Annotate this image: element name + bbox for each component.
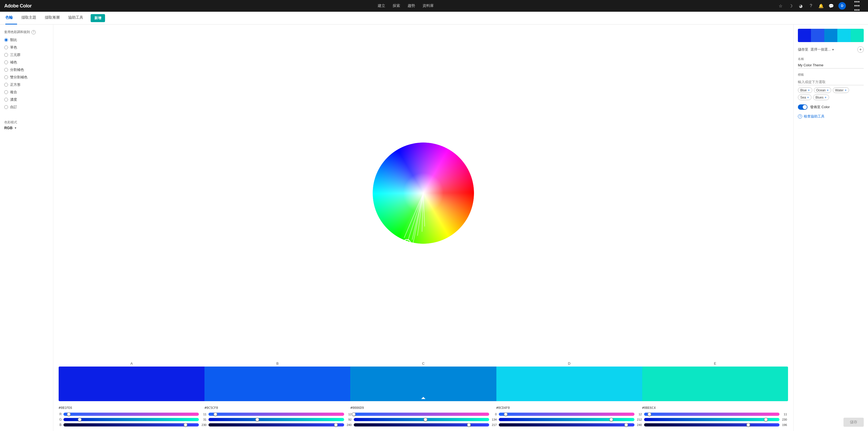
b-thumb-d[interactable]: [624, 423, 628, 427]
apps-grid-icon[interactable]: [850, 0, 864, 12]
g-sliders-row: G 31 92: [59, 418, 788, 422]
swatch-label-e: E: [642, 362, 788, 365]
color-wheel-wrapper[interactable]: [373, 142, 474, 244]
tab-extract-gradient[interactable]: 擷取漸層: [40, 12, 64, 25]
color-mode-section: 色彩模式 RGB ▼: [4, 120, 49, 130]
rule-complementary[interactable]: 補色: [4, 60, 49, 65]
preview-a: [798, 29, 811, 42]
g-thumb-d[interactable]: [610, 418, 613, 422]
r-thumb-d[interactable]: [504, 412, 507, 416]
notification-icon[interactable]: 🔔: [818, 3, 824, 9]
publish-label: 發佈至 Color: [810, 105, 830, 109]
b-thumb-c[interactable]: [467, 423, 471, 427]
tag-water-plus[interactable]: +: [844, 88, 847, 92]
r-thumb-a[interactable]: [67, 412, 71, 416]
b-thumb-e[interactable]: [746, 423, 750, 427]
rule-split-complementary[interactable]: 分割補色: [4, 67, 49, 72]
b-track-a[interactable]: [63, 423, 199, 427]
g-track-d[interactable]: [499, 418, 634, 421]
g-track-c[interactable]: [354, 418, 489, 421]
tag-blue[interactable]: Blue +: [798, 87, 812, 93]
tag-blues-plus[interactable]: +: [825, 95, 827, 99]
b-sliders: 230 240 217: [62, 423, 788, 427]
b-track-d[interactable]: [499, 423, 634, 427]
check-accessibility-link[interactable]: ? 檢查協助工具: [798, 114, 864, 119]
publish-toggle[interactable]: [798, 104, 807, 110]
swatch-b[interactable]: [205, 367, 350, 401]
chat-icon[interactable]: 💬: [828, 3, 834, 9]
r-thumb-e[interactable]: [648, 412, 651, 416]
r-val-e: 11: [781, 412, 787, 416]
nav-create[interactable]: 建立: [378, 2, 385, 9]
tag-sea-plus[interactable]: +: [807, 95, 809, 99]
r-track-a[interactable]: [63, 412, 199, 416]
r-thumb-c[interactable]: [352, 412, 355, 416]
swatch-c[interactable]: [350, 367, 496, 401]
r-slider-d: 12: [498, 412, 643, 416]
moon-icon[interactable]: ☽: [788, 3, 794, 9]
tag-sea[interactable]: Sea +: [798, 95, 811, 100]
r-track-d[interactable]: [499, 412, 634, 416]
r-track-b[interactable]: [209, 412, 344, 416]
rules-help-icon[interactable]: ?: [31, 30, 36, 34]
tab-extract-theme[interactable]: 擷取主題: [17, 12, 40, 25]
rule-square[interactable]: 正方形: [4, 82, 49, 87]
top-navigation: Adobe Color 建立 探索 趨勢 資料庫 ☆ ☽ ◕ ? 🔔 💬 D: [0, 0, 868, 12]
nav-library[interactable]: 資料庫: [423, 2, 434, 9]
g-track-e[interactable]: [644, 418, 779, 421]
color-wheel-icon[interactable]: ◕: [798, 3, 804, 9]
rule-custom[interactable]: 自訂: [4, 105, 49, 109]
tag-ocean-plus[interactable]: +: [827, 88, 829, 92]
r-thumb-b[interactable]: [214, 412, 217, 416]
save-to-select[interactable]: 選擇一個選... ▼: [810, 47, 855, 52]
g-label: G: [59, 418, 62, 422]
tag-water[interactable]: Water +: [833, 87, 849, 93]
nav-explore[interactable]: 探索: [393, 2, 400, 9]
name-input[interactable]: [798, 62, 864, 68]
tab-color-wheel[interactable]: 色輪: [5, 12, 17, 25]
hex-a[interactable]: #0B1FE6: [59, 406, 205, 410]
g-thumb-c[interactable]: [424, 418, 427, 422]
b-thumb-a[interactable]: [184, 423, 187, 427]
new-button[interactable]: 新增: [91, 14, 105, 22]
b-track-b[interactable]: [209, 423, 344, 427]
tag-blue-plus[interactable]: +: [808, 88, 810, 92]
swatch-a[interactable]: [59, 367, 205, 401]
color-mode-selector[interactable]: RGB ▼: [4, 126, 49, 130]
g-track-a[interactable]: [63, 418, 199, 421]
user-avatar[interactable]: D: [838, 2, 846, 9]
g-slider-a: 31: [62, 418, 208, 421]
tag-blues[interactable]: Blues +: [813, 95, 829, 100]
nav-trends[interactable]: 趨勢: [408, 2, 415, 9]
rule-triadic[interactable]: 三元群: [4, 53, 49, 57]
rule-compound[interactable]: 複合: [4, 90, 49, 95]
rule-analogous[interactable]: 類比: [4, 38, 49, 42]
swatch-d[interactable]: [496, 367, 642, 401]
tag-ocean[interactable]: Ocean +: [814, 87, 831, 93]
color-wheel-canvas[interactable]: [373, 142, 474, 244]
save-button[interactable]: 儲存: [843, 418, 864, 427]
rule-double-split[interactable]: 雙分割補色: [4, 75, 49, 80]
g-thumb-a[interactable]: [78, 418, 82, 422]
b-track-e[interactable]: [644, 423, 779, 427]
rule-shades[interactable]: 濃度: [4, 97, 49, 102]
help-icon[interactable]: ?: [808, 3, 814, 9]
swatch-e[interactable]: [642, 367, 788, 401]
g-thumb-e[interactable]: [764, 418, 768, 422]
tab-accessibility[interactable]: 協助工具: [64, 12, 87, 25]
g-track-b[interactable]: [209, 418, 344, 421]
g-thumb-b[interactable]: [255, 418, 259, 422]
toggle-knob: [803, 105, 807, 109]
add-library-button[interactable]: +: [857, 46, 864, 53]
hex-b[interactable]: #0C5CF0: [205, 406, 350, 410]
rule-monochromatic[interactable]: 單色: [4, 45, 49, 50]
r-track-c[interactable]: [354, 412, 489, 416]
b-thumb-b[interactable]: [334, 423, 338, 427]
hex-c[interactable]: #0086D9: [350, 406, 496, 410]
b-track-c[interactable]: [354, 423, 489, 427]
star-icon[interactable]: ☆: [778, 3, 783, 9]
hex-e[interactable]: #0BE6C4: [642, 406, 788, 410]
tags-input[interactable]: [798, 79, 864, 85]
r-track-e[interactable]: [644, 412, 779, 416]
hex-d[interactable]: #0CD4F0: [496, 406, 642, 410]
